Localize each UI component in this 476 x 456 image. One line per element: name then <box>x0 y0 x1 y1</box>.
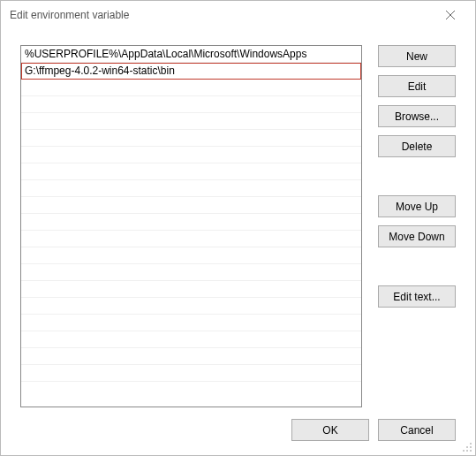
cancel-button[interactable]: Cancel <box>378 419 456 441</box>
list-row[interactable] <box>21 247 361 264</box>
resize-grip[interactable] <box>462 442 472 452</box>
list-row[interactable] <box>21 214 361 231</box>
svg-point-2 <box>470 443 472 445</box>
new-button[interactable]: New <box>378 45 456 67</box>
list-row[interactable] <box>21 197 361 214</box>
list-row[interactable] <box>21 80 361 96</box>
list-row[interactable] <box>21 96 361 113</box>
list-row[interactable]: G:\ffmpeg-4.0.2-win64-static\bin <box>21 63 361 80</box>
list-row[interactable] <box>21 147 361 163</box>
dialog-content: %USERPROFILE%\AppData\Local\Microsoft\Wi… <box>20 45 456 407</box>
list-row[interactable] <box>21 163 361 180</box>
svg-point-7 <box>470 450 472 452</box>
close-icon <box>446 11 455 19</box>
svg-point-3 <box>466 446 468 448</box>
list-row[interactable]: %USERPROFILE%\AppData\Local\Microsoft\Wi… <box>21 46 361 63</box>
list-row[interactable] <box>21 264 361 281</box>
list-row[interactable] <box>21 113 361 130</box>
path-listbox[interactable]: %USERPROFILE%\AppData\Local\Microsoft\Wi… <box>20 45 362 407</box>
list-row[interactable] <box>21 348 361 365</box>
svg-point-5 <box>463 450 465 452</box>
window-title: Edit environment variable <box>10 9 433 21</box>
list-row[interactable] <box>21 298 361 315</box>
svg-point-6 <box>466 450 468 452</box>
svg-point-4 <box>470 446 472 448</box>
list-row[interactable] <box>21 130 361 147</box>
ok-button[interactable]: OK <box>291 419 369 441</box>
list-row[interactable] <box>21 281 361 298</box>
browse-button[interactable]: Browse... <box>378 105 456 127</box>
move-up-button[interactable]: Move Up <box>378 195 456 217</box>
move-down-button[interactable]: Move Down <box>378 225 456 247</box>
edit-text-button[interactable]: Edit text... <box>378 285 456 308</box>
list-row[interactable] <box>21 365 361 382</box>
list-row[interactable] <box>21 231 361 247</box>
list-row[interactable] <box>21 315 361 331</box>
dialog-footer: OK Cancel <box>291 419 456 441</box>
titlebar: Edit environment variable <box>1 1 475 29</box>
side-button-panel: New Edit Browse... Delete Move Up Move D… <box>378 45 456 407</box>
delete-button[interactable]: Delete <box>378 135 456 157</box>
edit-button[interactable]: Edit <box>378 75 456 97</box>
close-button[interactable] <box>433 3 468 27</box>
list-row[interactable] <box>21 331 361 348</box>
list-row[interactable] <box>21 180 361 197</box>
